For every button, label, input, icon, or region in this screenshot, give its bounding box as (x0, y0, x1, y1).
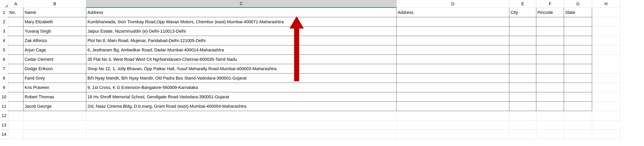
cell-G6[interactable] (564, 55, 592, 64)
row-header-9[interactable]: 9 (0, 83, 8, 92)
cell-B1[interactable]: Name (24, 8, 86, 17)
column-header-D[interactable]: D (396, 0, 509, 8)
cell-C7[interactable]: Shop No 12, 1, Jolly Bhavan, Opp Patkar … (86, 64, 396, 73)
cell-C3[interactable]: Jaipur Estate, Nizammuddin (e)-Delhi-110… (86, 27, 396, 36)
cell-C14[interactable] (86, 130, 396, 139)
cell-C9[interactable]: 9, 1st Cross, K G Extension-Bangalore-56… (86, 83, 396, 92)
cell-B3[interactable]: Yuvaraj Singh (24, 27, 86, 36)
cell-F7[interactable] (536, 64, 564, 73)
cell-D8[interactable] (396, 73, 509, 83)
cell-E13[interactable] (509, 120, 536, 130)
cell-B14[interactable] (24, 130, 86, 139)
cell-F12[interactable] (536, 111, 564, 120)
cell-D4[interactable] (396, 36, 509, 45)
cell-D6[interactable] (396, 55, 509, 64)
column-header-C[interactable]: C (86, 0, 396, 8)
row-header-6[interactable]: 6 (0, 55, 8, 64)
cell-D5[interactable] (396, 45, 509, 55)
cell-G8[interactable] (564, 73, 592, 83)
column-header-A[interactable]: A (8, 0, 24, 8)
cell-G3[interactable] (564, 27, 592, 36)
cell-B5[interactable]: Arjun Cage (24, 45, 86, 55)
cell-H2[interactable] (592, 17, 620, 27)
cell-D3[interactable] (396, 27, 509, 36)
row-header-1[interactable]: 1 (0, 8, 8, 17)
cell-A3[interactable] (8, 27, 24, 36)
row-header-5[interactable]: 5 (0, 45, 8, 55)
cell-D9[interactable] (396, 83, 509, 92)
cell-B7[interactable]: Dodge Erikson (24, 64, 86, 73)
cell-D13[interactable] (396, 120, 509, 130)
select-all-corner[interactable] (0, 0, 8, 8)
cell-B9[interactable]: Kris Praveen (24, 83, 86, 92)
cell-F6[interactable] (536, 55, 564, 64)
cell-E10[interactable] (509, 92, 536, 102)
column-header-F[interactable]: F (536, 0, 564, 8)
cell-C1[interactable]: Address (86, 8, 396, 17)
column-header-E[interactable]: E (509, 0, 536, 8)
cell-F10[interactable] (536, 92, 564, 102)
cell-G2[interactable] (564, 17, 592, 27)
cell-G13[interactable] (564, 120, 592, 130)
cell-D7[interactable] (396, 64, 509, 73)
cell-E6[interactable] (509, 55, 536, 64)
row-header-12[interactable]: 12 (0, 111, 8, 120)
cell-C4[interactable]: Plot No 8, Main Road, Mujesar, Faridabad… (86, 36, 396, 45)
row-header-4[interactable]: 4 (0, 36, 8, 45)
row-header-7[interactable]: 7 (0, 64, 8, 73)
cell-C12[interactable] (86, 111, 396, 120)
row-header-8[interactable]: 8 (0, 73, 8, 83)
cell-H5[interactable] (592, 45, 620, 55)
cell-D14[interactable] (396, 130, 509, 139)
cell-B13[interactable] (24, 120, 86, 130)
cell-B8[interactable]: Farid Grey (24, 73, 86, 83)
cell-G14[interactable] (564, 130, 592, 139)
cell-D11[interactable] (396, 102, 509, 111)
cell-A1[interactable]: No. (8, 8, 24, 17)
cell-F8[interactable] (536, 73, 564, 83)
cell-A13[interactable] (8, 120, 24, 130)
cell-H1[interactable] (592, 8, 620, 17)
cell-E1[interactable]: City (509, 8, 536, 17)
cell-A10[interactable] (8, 92, 24, 102)
cell-A2[interactable] (8, 17, 24, 27)
cell-G4[interactable] (564, 36, 592, 45)
cell-F11[interactable] (536, 102, 564, 111)
cell-A5[interactable] (8, 45, 24, 55)
cell-C8[interactable]: B/h Nyay Mandir, B/h Nyay Mandir, Old Pa… (86, 73, 396, 83)
cell-G10[interactable] (564, 92, 592, 102)
row-header-3[interactable]: 3 (0, 27, 8, 36)
row-header-11[interactable]: 11 (0, 102, 8, 111)
cell-C13[interactable] (86, 120, 396, 130)
cell-F14[interactable] (536, 130, 564, 139)
cell-H14[interactable] (592, 130, 620, 139)
cell-D10[interactable] (396, 92, 509, 102)
cell-G9[interactable] (564, 83, 592, 92)
cell-A4[interactable] (8, 36, 24, 45)
cell-E7[interactable] (509, 64, 536, 73)
cell-G5[interactable] (564, 45, 592, 55)
cell-F1[interactable]: Pincode (536, 8, 564, 17)
cell-F9[interactable] (536, 83, 564, 92)
cell-C10[interactable]: 18 Hv Shroff Memorial School, Gendigate … (86, 92, 396, 102)
cell-F5[interactable] (536, 45, 564, 55)
cell-F3[interactable] (536, 27, 564, 36)
cell-E5[interactable] (509, 45, 536, 55)
cell-A11[interactable] (8, 102, 24, 111)
cell-F2[interactable] (536, 17, 564, 27)
cell-H4[interactable] (592, 36, 620, 45)
cell-H6[interactable] (592, 55, 620, 64)
row-header-13[interactable]: 13 (0, 120, 8, 130)
cell-F4[interactable] (536, 36, 564, 45)
cell-F13[interactable] (536, 120, 564, 130)
cell-C2[interactable]: Kumbharwada, Sion Trombay Road,Opp Wasan… (86, 17, 396, 27)
row-header-14[interactable]: 14 (0, 130, 8, 139)
row-header-2[interactable]: 2 (0, 17, 8, 27)
cell-B10[interactable]: Robert Thomas (24, 92, 86, 102)
cell-B12[interactable] (24, 111, 86, 120)
column-header-B[interactable]: B (24, 0, 86, 8)
cell-E4[interactable] (509, 36, 536, 45)
cell-H9[interactable] (592, 83, 620, 92)
cell-E9[interactable] (509, 83, 536, 92)
cell-D2[interactable] (396, 17, 509, 27)
